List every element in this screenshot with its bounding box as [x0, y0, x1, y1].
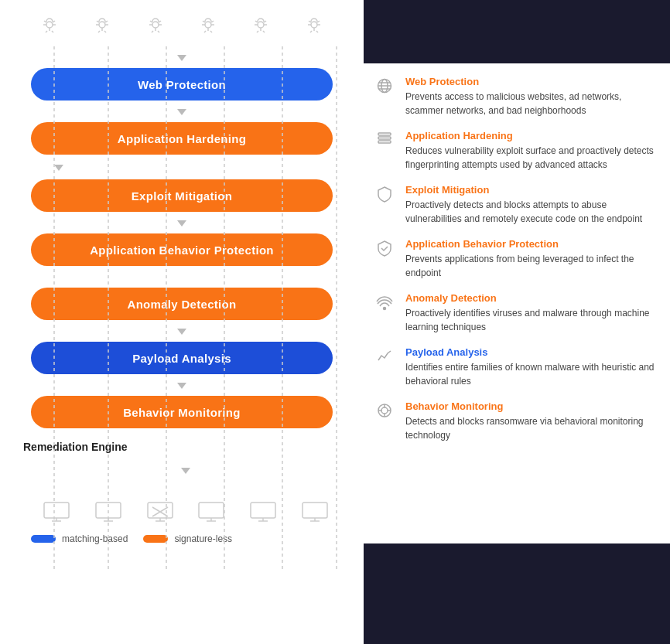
bug-icon-1: [38, 14, 61, 37]
svg-rect-88: [378, 133, 391, 135]
svg-line-38: [257, 31, 258, 32]
arrow-4: [174, 215, 190, 230]
web-protection-desc: Prevents access to malicious websites, a…: [405, 90, 658, 118]
anomaly-detection-pill: Anomaly Detection: [31, 288, 333, 320]
bug-icon-4: [197, 14, 220, 37]
svg-rect-72: [199, 503, 224, 518]
svg-line-15: [104, 31, 106, 32]
flow-wrapper: Web Protection Application Hardening Exp…: [15, 46, 348, 430]
bug-icon-3: [144, 14, 167, 37]
monitor-icon-4: [192, 484, 231, 523]
svg-point-40: [311, 22, 317, 28]
payload-analysis-desc: Identifies entire families of known malw…: [405, 360, 658, 388]
svg-line-46: [310, 31, 312, 32]
svg-point-89: [384, 308, 386, 310]
svg-line-6: [46, 31, 47, 32]
bug-icon-2: [91, 14, 114, 37]
feature-payload-analysis: Payload Analysis Identifies entire famil…: [376, 340, 658, 394]
svg-rect-75: [251, 503, 275, 518]
right-top-block: [364, 0, 670, 63]
svg-rect-61: [44, 503, 69, 518]
feature-anomaly-text: Anomaly Detection Proactively identifies…: [405, 292, 658, 334]
web-protection-icon: [376, 77, 398, 99]
monitor-icon-3: [141, 484, 179, 523]
arrow-6: [174, 377, 190, 393]
monitor-icon-2: [89, 484, 128, 523]
svg-marker-54: [177, 55, 186, 61]
anomaly-detection-title: Anomaly Detection: [405, 292, 658, 304]
exploit-mitigation-pill: Exploit Mitigation: [31, 179, 333, 212]
legend-matching: matching-based: [31, 533, 128, 544]
svg-marker-59: [177, 383, 186, 389]
app-behavior-desc: Prevents applications from being leverag…: [405, 252, 658, 280]
svg-marker-60: [181, 468, 190, 474]
svg-rect-86: [378, 137, 391, 139]
feature-app-behavior: Application Behavior Protection Prevents…: [376, 232, 658, 286]
svg-line-23: [158, 31, 159, 32]
anomaly-detection-desc: Proactively identifies viruses and malwa…: [405, 306, 658, 334]
legend: matching-based signature-less: [23, 533, 348, 544]
svg-line-47: [316, 31, 318, 32]
feature-web-protection-text: Web Protection Prevents access to malici…: [405, 76, 658, 118]
bug-icon-6: [303, 14, 326, 37]
legend-color-blue: [31, 535, 56, 543]
exploit-mitigation-title: Exploit Mitigation: [405, 184, 658, 196]
application-behavior-protection-pill: Application Behavior Protection: [31, 233, 333, 266]
svg-line-30: [204, 31, 206, 32]
left-arrow-area: [15, 156, 348, 178]
svg-marker-57: [177, 220, 186, 227]
feature-web-protection: Web Protection Prevents access to malici…: [376, 70, 658, 124]
right-bottom-block: [364, 543, 670, 644]
svg-point-24: [205, 22, 211, 28]
web-protection-title: Web Protection: [405, 76, 658, 87]
web-protection-pill: Web Protection: [31, 68, 333, 101]
payload-analysis-pill: Payload Analysis: [31, 342, 333, 374]
svg-rect-87: [378, 141, 391, 143]
exploit-mitigation-icon: [376, 186, 398, 207]
monitor-icon-6: [296, 484, 334, 523]
remediation-section: Remediation Engine: [15, 441, 348, 544]
svg-point-16: [152, 22, 159, 28]
app-hardening-icon: [376, 131, 398, 153]
monitor-icons-row: [23, 484, 348, 523]
svg-point-8: [99, 22, 105, 28]
svg-line-22: [152, 31, 153, 32]
feature-anomaly-detection: Anomaly Detection Proactively identifies…: [376, 286, 658, 340]
behavior-monitoring-icon: [376, 402, 398, 424]
svg-point-0: [46, 22, 53, 28]
feature-app-hardening: Application Hardening Reduces vulnerabil…: [376, 124, 658, 178]
remediation-arrow: [23, 461, 348, 479]
svg-line-14: [98, 31, 100, 32]
app-hardening-desc: Reduces vulnerability exploit surface an…: [405, 144, 658, 172]
arrow-1: [174, 49, 190, 65]
svg-rect-78: [303, 503, 327, 518]
svg-marker-56: [54, 165, 63, 171]
feature-exploit-mitigation-text: Exploit Mitigation Proactively detects a…: [405, 184, 658, 226]
svg-marker-55: [177, 109, 186, 115]
remediation-title: Remediation Engine: [23, 441, 348, 453]
behavior-monitoring-title: Behavior Monitoring: [405, 400, 658, 412]
legend-color-orange: [143, 535, 168, 543]
payload-analysis-title: Payload Analysis: [405, 346, 658, 358]
arrow-2: [174, 104, 190, 119]
bug-icon-5: [249, 14, 272, 37]
arrow-3: [51, 159, 67, 175]
application-hardening-pill: Application Hardening: [31, 122, 333, 155]
svg-line-31: [210, 31, 212, 32]
app-hardening-title: Application Hardening: [405, 130, 658, 141]
svg-point-32: [258, 22, 264, 28]
svg-marker-58: [177, 329, 186, 335]
right-content: Web Protection Prevents access to malici…: [364, 63, 670, 543]
right-panel: Web Protection Prevents access to malici…: [364, 0, 670, 644]
behavior-monitoring-pill: Behavior Monitoring: [31, 396, 333, 428]
anomaly-arrow-area: [15, 267, 348, 286]
app-behavior-icon: [376, 240, 398, 261]
monitor-icon-5: [244, 484, 282, 523]
payload-analysis-icon: [376, 348, 398, 370]
app-behavior-title: Application Behavior Protection: [405, 238, 658, 250]
svg-line-39: [263, 31, 265, 32]
feature-behavior-text: Behavior Monitoring Detects and blocks r…: [405, 400, 658, 442]
monitor-icon-1: [37, 484, 76, 523]
left-panel: Web Protection Application Hardening Exp…: [0, 0, 364, 644]
svg-line-7: [52, 31, 53, 32]
